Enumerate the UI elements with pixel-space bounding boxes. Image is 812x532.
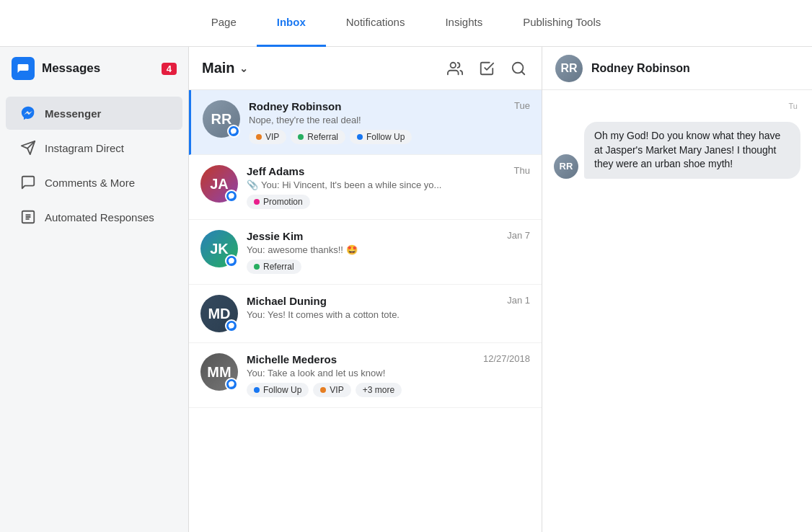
search-icon[interactable] <box>508 58 529 79</box>
conv-content-jessie: Jessie Kim Jan 7 You: awesome thanks!! 🤩… <box>247 230 530 274</box>
sidebar-title-text: Messages <box>42 61 100 76</box>
tag-followup: Follow Up <box>350 130 412 144</box>
conv-name-jessie: Jessie Kim <box>247 230 303 242</box>
sidebar-item-instagram-label: Instagram Direct <box>45 142 124 154</box>
conv-content-michelle: Michelle Mederos 12/27/2018 You: Take a … <box>247 353 530 397</box>
messenger-badge-michael <box>225 319 238 332</box>
conv-item-rodney[interactable]: RR Rodney Robinson Tue Nope, they're the… <box>189 90 542 155</box>
chat-messages: Tu RR Oh my God! Do you know what they h… <box>542 90 812 532</box>
conv-content-jeff: Jeff Adams Thu 📎You: Hi Vincent, It's be… <box>247 165 530 209</box>
sidebar-item-instagram[interactable]: Instagram Direct <box>6 131 182 164</box>
conv-time-jessie: Jan 7 <box>507 230 530 241</box>
sidebar-item-messenger-label: Messenger <box>45 107 101 120</box>
svg-line-8 <box>521 71 524 74</box>
avatar-wrap-jessie: JK <box>200 230 238 267</box>
messages-icon <box>12 57 35 80</box>
tag-dot-followup <box>357 134 363 140</box>
tag-referral: Referral <box>291 130 345 144</box>
messenger-badge-jessie <box>225 254 238 267</box>
messenger-icon <box>20 105 36 121</box>
sidebar-item-automated-label: Automated Responses <box>45 211 154 223</box>
avatar-wrap-michelle: MM <box>200 353 238 391</box>
chat-msg-row-received: RR Oh my God! Do you know what they have… <box>554 122 800 179</box>
paperclip-icon: 📎 <box>247 179 258 190</box>
conv-time-jeff: Thu <box>514 165 530 176</box>
conv-preview-jessie: You: awesome thanks!! 🤩 <box>247 244 530 255</box>
messages-badge: 4 <box>162 63 177 75</box>
conv-tags-michelle: Follow Up VIP +3 more <box>247 383 530 397</box>
tab-publishing-tools[interactable]: Publishing Tools <box>503 0 621 47</box>
tag-dot-referral-jessie <box>254 264 260 270</box>
nav-tabs: Page Inbox Notifications Insights Publis… <box>191 0 622 47</box>
conv-item-jessie[interactable]: JK Jessie Kim Jan 7 You: awesome thanks!… <box>189 220 542 285</box>
chat-header-avatar: RR <box>555 55 583 82</box>
avatar-wrap-jeff: JA <box>200 165 238 203</box>
tab-notifications[interactable]: Notifications <box>326 0 425 47</box>
conv-time-rodney: Tue <box>514 100 530 111</box>
people-icon[interactable] <box>445 58 465 79</box>
conv-content-michael: Michael Duning Jan 1 You: Yes! It comes … <box>247 295 530 324</box>
conv-top-row-rodney: Rodney Robinson Tue <box>249 100 530 112</box>
conv-item-jeff[interactable]: JA Jeff Adams Thu 📎You: Hi Vincent, It's… <box>189 155 542 220</box>
chat-header-name: Rodney Robinson <box>591 62 690 75</box>
automated-icon <box>20 209 36 225</box>
messenger-badge-rodney <box>227 125 240 138</box>
tag-dot-followup-michelle <box>254 387 260 393</box>
conv-time-michael: Jan 1 <box>507 295 530 306</box>
tag-vip-michelle: VIP <box>313 383 350 397</box>
comments-icon <box>20 174 36 190</box>
conversation-list: RR Rodney Robinson Tue Nope, they're the… <box>189 90 542 532</box>
conv-time-michelle: 12/27/2018 <box>483 353 530 364</box>
sidebar-item-comments[interactable]: Comments & More <box>6 166 182 199</box>
sidebar-header: Messages 4 <box>0 47 188 90</box>
tag-dot-vip-michelle <box>320 387 326 393</box>
avatar-wrap-michael: MD <box>200 295 238 332</box>
chat-time-label: Tu <box>554 102 800 110</box>
inbox-actions <box>445 58 529 79</box>
avatar-wrap-rodney: RR <box>203 100 240 138</box>
tag-promotion: Promotion <box>247 195 310 209</box>
tag-followup-michelle: Follow Up <box>247 383 309 397</box>
sidebar-title: Messages <box>12 57 100 80</box>
conv-top-row-jeff: Jeff Adams Thu <box>247 165 530 177</box>
tag-dot-referral <box>298 134 304 140</box>
tab-insights[interactable]: Insights <box>425 0 503 47</box>
conv-preview-michael: You: Yes! It comes with a cotton tote. <box>247 309 530 320</box>
sidebar-item-messenger[interactable]: Messenger <box>6 97 182 130</box>
tag-dot-vip <box>256 134 262 140</box>
tag-dot-promotion <box>254 199 260 205</box>
chat-bubble-received: Oh my God! Do you know what they have at… <box>584 122 800 179</box>
sidebar-item-comments-label: Comments & More <box>45 177 135 189</box>
inbox-title-button[interactable]: Main ⌄ <box>202 60 248 76</box>
sidebar-nav: Messenger Instagram Direct Comments & Mo… <box>0 90 188 240</box>
sidebar-item-automated[interactable]: Automated Responses <box>6 200 182 234</box>
conv-name-michael: Michael Duning <box>247 295 327 307</box>
conv-tags-jeff: Promotion <box>247 195 530 209</box>
chat-header: RR Rodney Robinson <box>542 47 812 90</box>
chat-msg-avatar: RR <box>554 154 578 179</box>
checkmark-icon[interactable] <box>477 58 497 79</box>
conv-content-rodney: Rodney Robinson Tue Nope, they're the re… <box>249 100 530 144</box>
conv-tags-rodney: VIP Referral Follow Up <box>249 130 530 144</box>
conv-name-jeff: Jeff Adams <box>247 165 304 177</box>
conv-top-row-michael: Michael Duning Jan 1 <box>247 295 530 307</box>
svg-point-6 <box>451 62 456 67</box>
messenger-badge-michelle <box>225 378 238 391</box>
inbox-title: Main <box>202 60 235 76</box>
conv-preview-michelle: You: Take a look and let us know! <box>247 368 530 378</box>
sidebar: Messages 4 Messenger Instagram Direct <box>0 47 189 532</box>
tab-page[interactable]: Page <box>191 0 257 47</box>
chevron-down-icon: ⌄ <box>239 63 248 74</box>
conv-name-michelle: Michelle Mederos <box>247 353 337 365</box>
instagram-icon <box>20 140 36 156</box>
conv-item-michael[interactable]: MD Michael Duning Jan 1 You: Yes! It com… <box>189 285 542 343</box>
tag-more-michelle: +3 more <box>356 383 402 397</box>
conv-name-rodney: Rodney Robinson <box>249 100 341 112</box>
tag-vip: VIP <box>249 130 286 144</box>
tab-inbox[interactable]: Inbox <box>257 0 326 47</box>
conv-item-michelle[interactable]: MM Michelle Mederos 12/27/2018 You: Take… <box>189 343 542 408</box>
chat-panel: RR Rodney Robinson Tu RR Oh my God! Do y… <box>542 47 812 532</box>
conv-top-row-jessie: Jessie Kim Jan 7 <box>247 230 530 242</box>
messenger-badge-jeff <box>225 190 238 203</box>
inbox-list: Main ⌄ RR <box>189 47 542 532</box>
